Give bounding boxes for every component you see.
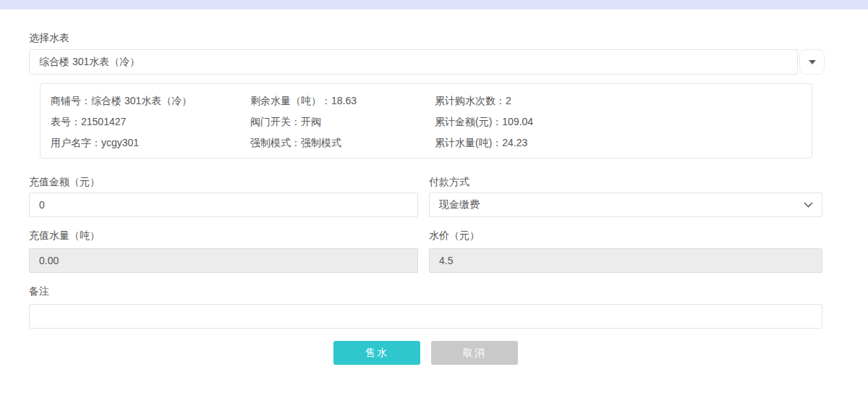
recharge-volume-label: 充值水量（吨） bbox=[29, 229, 418, 242]
water-price-field: 水价（元） bbox=[429, 229, 822, 273]
meter-select-label: 选择水表 bbox=[29, 31, 822, 44]
info-field-shop-number: 商铺号：综合楼 301水表（冷） bbox=[51, 90, 250, 111]
remark-input[interactable] bbox=[29, 304, 822, 329]
meter-info-box: 商铺号：综合楼 301水表（冷） 剩余水量（吨）：18.63 累计购水次数：2 … bbox=[40, 83, 812, 159]
info-field-total-water: 累计水量(吨)：24.23 bbox=[435, 132, 812, 153]
sell-water-form: 选择水表 综合楼 301水表（冷） 商铺号：综合楼 301水表（冷） 剩余水量（… bbox=[29, 31, 822, 365]
info-field-meter-number: 表号：21501427 bbox=[51, 111, 250, 132]
cancel-button[interactable]: 取消 bbox=[431, 341, 518, 365]
payment-method-selected-option: 现金缴费 bbox=[439, 198, 480, 211]
info-field-user-name: 用户名字：ycgy301 bbox=[51, 132, 250, 153]
meter-select-toggle-button[interactable] bbox=[799, 49, 825, 75]
payment-method-field: 付款方式 现金缴费 bbox=[429, 175, 822, 217]
caret-down-icon bbox=[809, 60, 816, 64]
meter-select-value-text: 综合楼 301水表（冷） bbox=[39, 56, 140, 69]
chevron-down-icon bbox=[804, 202, 813, 208]
info-field-purchase-count: 累计购水次数：2 bbox=[435, 90, 812, 111]
meter-info-grid: 商铺号：综合楼 301水表（冷） 剩余水量（吨）：18.63 累计购水次数：2 … bbox=[51, 90, 812, 153]
sell-water-button[interactable]: 售水 bbox=[333, 341, 420, 365]
info-field-valve-state: 阀门开关：开阀 bbox=[250, 111, 435, 132]
water-price-input bbox=[429, 248, 822, 273]
water-price-label: 水价（元） bbox=[429, 229, 822, 242]
recharge-volume-input bbox=[29, 248, 418, 273]
info-field-total-amount: 累计金额(元)：109.04 bbox=[435, 111, 812, 132]
remark-label: 备注 bbox=[29, 284, 822, 297]
info-field-force-mode: 强制模式：强制模式 bbox=[250, 132, 435, 153]
recharge-amount-label: 充值金额（元） bbox=[29, 175, 418, 188]
info-field-remaining-water: 剩余水量（吨）：18.63 bbox=[250, 90, 435, 111]
meter-select-value[interactable]: 综合楼 301水表（冷） bbox=[29, 49, 798, 75]
recharge-amount-field: 充值金额（元） bbox=[29, 175, 418, 217]
meter-select: 综合楼 301水表（冷） bbox=[29, 49, 825, 75]
remark-field: 备注 bbox=[29, 284, 822, 329]
recharge-amount-input[interactable] bbox=[29, 193, 418, 217]
recharge-volume-field: 充值水量（吨） bbox=[29, 229, 418, 273]
payment-method-select[interactable]: 现金缴费 bbox=[429, 193, 822, 217]
action-buttons: 售水 取消 bbox=[29, 341, 822, 365]
payment-method-label: 付款方式 bbox=[429, 175, 822, 188]
top-accent-bar bbox=[0, 0, 868, 9]
